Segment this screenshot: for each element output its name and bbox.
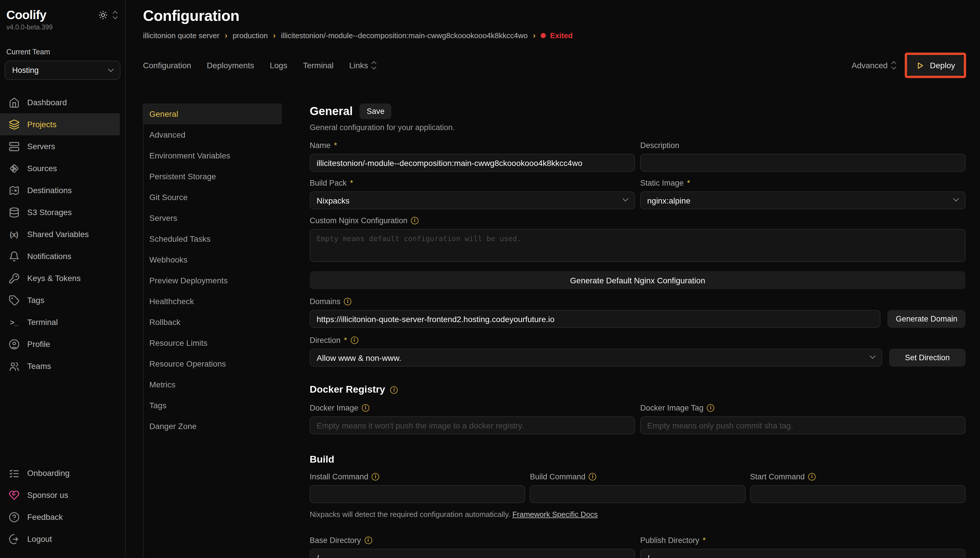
name-input[interactable] bbox=[310, 154, 635, 172]
domains-input[interactable] bbox=[310, 310, 881, 328]
name-label: Name* bbox=[310, 141, 635, 150]
chevrons-updown-icon bbox=[372, 62, 376, 69]
sidebar-item-label: Notifications bbox=[27, 251, 71, 261]
description-input[interactable] bbox=[640, 154, 965, 172]
set-direction-button[interactable]: Set Direction bbox=[889, 349, 965, 367]
sidebar-item-sources[interactable]: Sources bbox=[0, 157, 125, 179]
advanced-dropdown[interactable]: Advanced bbox=[852, 61, 896, 70]
info-icon[interactable]: i bbox=[351, 336, 358, 344]
save-button[interactable]: Save bbox=[360, 103, 392, 119]
sidebar-item-tags[interactable]: Tags bbox=[0, 289, 125, 311]
checklist-icon bbox=[8, 467, 20, 479]
sidebar-item-dashboard[interactable]: Dashboard bbox=[0, 91, 125, 113]
subnav-item-git-source[interactable]: Git Source bbox=[143, 187, 282, 208]
subnav-item-tags[interactable]: Tags bbox=[143, 395, 282, 416]
subnav-item-resource-operations[interactable]: Resource Operations bbox=[143, 353, 282, 374]
tab-links[interactable]: Links bbox=[349, 61, 376, 70]
sidebar-item-keys-tokens[interactable]: Keys & Tokens bbox=[0, 267, 125, 289]
publish-directory-input[interactable] bbox=[640, 549, 965, 558]
git-source-icon bbox=[8, 162, 20, 174]
breadcrumb-separator: › bbox=[225, 31, 227, 40]
sidebar-item-profile[interactable]: Profile bbox=[0, 333, 125, 355]
required-marker: * bbox=[350, 179, 353, 187]
info-icon[interactable]: i bbox=[364, 537, 372, 544]
generate-nginx-config-button[interactable]: Generate Default Nginx Configuration bbox=[310, 271, 965, 289]
base-directory-input[interactable] bbox=[310, 549, 635, 558]
section-heading-docker-registry: Docker Registry bbox=[310, 384, 385, 396]
subnav-item-advanced[interactable]: Advanced bbox=[143, 124, 282, 145]
sidebar-item-s3-storages[interactable]: S3 Storages bbox=[0, 201, 125, 223]
breadcrumb-project[interactable]: illicitonion quote server bbox=[143, 31, 219, 39]
sidebar-item-shared-variables[interactable]: (x) Shared Variables bbox=[0, 223, 125, 245]
sidebar-item-destinations[interactable]: Destinations bbox=[0, 179, 125, 201]
heart-handshake-icon bbox=[8, 489, 20, 501]
theme-selector-chevrons-icon[interactable] bbox=[114, 11, 117, 18]
map-icon bbox=[8, 184, 20, 196]
sidebar-item-onboarding[interactable]: Onboarding bbox=[0, 462, 125, 484]
app-root: Coolify v4.0.0-beta.399 Current Team Hos… bbox=[0, 0, 980, 558]
info-icon[interactable]: i bbox=[707, 404, 715, 412]
start-command-input[interactable] bbox=[750, 485, 965, 503]
sidebar-item-teams[interactable]: Teams bbox=[0, 355, 125, 377]
sidebar-item-notifications[interactable]: Notifications bbox=[0, 245, 125, 267]
database-icon bbox=[8, 207, 20, 218]
bell-icon bbox=[8, 250, 20, 262]
info-icon[interactable]: i bbox=[589, 473, 596, 481]
custom-nginx-textarea[interactable] bbox=[310, 229, 965, 262]
info-icon[interactable]: i bbox=[344, 298, 352, 305]
sidebar-item-servers[interactable]: Servers bbox=[0, 135, 125, 157]
app-logo: Coolify bbox=[7, 8, 46, 22]
tab-configuration[interactable]: Configuration bbox=[143, 61, 191, 70]
subnav-item-danger-zone[interactable]: Danger Zone bbox=[143, 416, 282, 437]
breadcrumb-separator: › bbox=[273, 31, 275, 40]
subnav-item-persistent-storage[interactable]: Persistent Storage bbox=[143, 166, 282, 187]
framework-docs-link[interactable]: Framework Specific Docs bbox=[512, 510, 598, 519]
tab-terminal[interactable]: Terminal bbox=[303, 61, 334, 70]
team-select[interactable]: Hosting bbox=[5, 61, 120, 80]
subnav-item-rollback[interactable]: Rollback bbox=[143, 312, 282, 333]
breadcrumb-environment[interactable]: production bbox=[233, 31, 268, 39]
sidebar-item-label: Projects bbox=[27, 120, 56, 129]
sidebar-item-feedback[interactable]: Feedback bbox=[0, 506, 125, 528]
subnav-item-preview-deployments[interactable]: Preview Deployments bbox=[143, 270, 282, 291]
publish-directory-label: Publish Directory* bbox=[640, 536, 965, 545]
info-icon[interactable]: i bbox=[390, 386, 398, 394]
advanced-label: Advanced bbox=[852, 61, 888, 70]
info-icon[interactable]: i bbox=[372, 473, 379, 481]
docker-image-input[interactable] bbox=[310, 416, 635, 434]
install-command-input[interactable] bbox=[310, 485, 525, 503]
domains-label: Domains i bbox=[310, 297, 965, 306]
docker-image-tag-label: Docker Image Tag i bbox=[640, 404, 965, 412]
info-icon[interactable]: i bbox=[362, 404, 369, 412]
tab-logs[interactable]: Logs bbox=[270, 61, 287, 70]
sidebar-item-projects[interactable]: Projects bbox=[0, 113, 120, 135]
sidebar-item-label: Feedback bbox=[27, 512, 63, 522]
tab-deployments[interactable]: Deployments bbox=[207, 61, 254, 70]
breadcrumb-application[interactable]: illicitestonion/-module--decomposition:m… bbox=[281, 31, 528, 39]
subnav-item-resource-limits[interactable]: Resource Limits bbox=[143, 333, 282, 353]
sidebar-item-terminal[interactable]: >_ Terminal bbox=[0, 311, 125, 333]
subnav-item-healthcheck[interactable]: Healthcheck bbox=[143, 291, 282, 312]
sidebar-item-logout[interactable]: Logout bbox=[0, 528, 125, 550]
build-command-input[interactable] bbox=[530, 485, 746, 503]
subnav-item-servers[interactable]: Servers bbox=[143, 208, 282, 228]
sidebar-item-sponsor[interactable]: Sponsor us bbox=[0, 484, 125, 506]
theme-sun-icon[interactable] bbox=[99, 10, 108, 20]
section-description: General configuration for your applicati… bbox=[310, 123, 965, 132]
subnav-item-scheduled-tasks[interactable]: Scheduled Tasks bbox=[143, 228, 282, 249]
docker-image-label: Docker Image i bbox=[310, 404, 635, 412]
info-icon[interactable]: i bbox=[411, 217, 418, 224]
direction-select[interactable] bbox=[310, 349, 882, 367]
subnav-item-metrics[interactable]: Metrics bbox=[143, 374, 282, 395]
subnav-item-environment-variables[interactable]: Environment Variables bbox=[143, 145, 282, 166]
subnav-item-webhooks[interactable]: Webhooks bbox=[143, 249, 282, 270]
info-icon[interactable]: i bbox=[808, 473, 815, 481]
sidebar-item-label: Servers bbox=[27, 142, 55, 151]
docker-image-tag-input[interactable] bbox=[640, 416, 965, 434]
generate-domain-button[interactable]: Generate Domain bbox=[888, 310, 965, 328]
static-image-select[interactable] bbox=[640, 191, 965, 209]
subnav-item-general[interactable]: General bbox=[143, 103, 282, 124]
home-icon bbox=[8, 97, 20, 108]
deploy-button[interactable]: Deploy bbox=[908, 55, 964, 76]
build-pack-select[interactable] bbox=[310, 191, 635, 209]
